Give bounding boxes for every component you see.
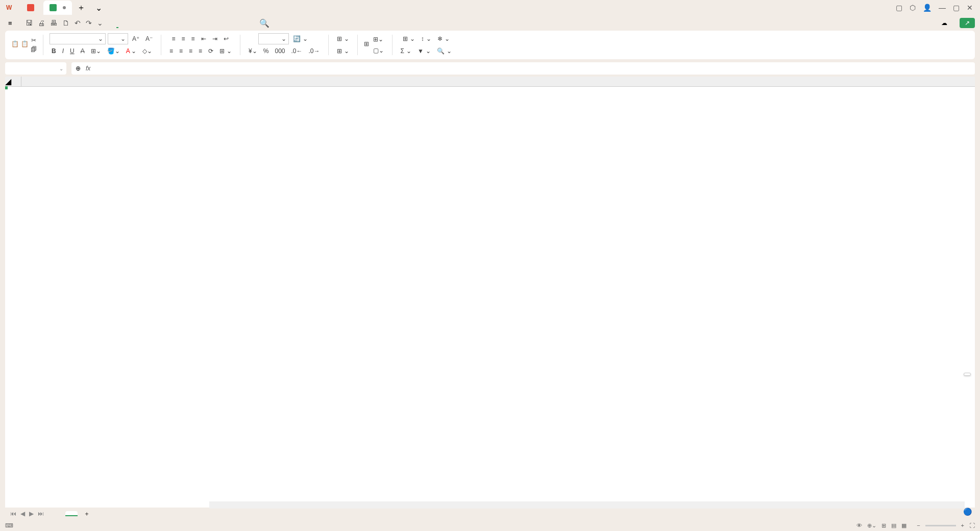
- sheet-nav-first[interactable]: ⏮: [10, 510, 16, 517]
- app-tab-document[interactable]: [43, 1, 72, 15]
- share-button[interactable]: ↗: [960, 18, 975, 28]
- font-size-select[interactable]: ⌄: [108, 33, 128, 44]
- currency-button[interactable]: ¥⌄: [247, 46, 259, 56]
- decimal-dec-button[interactable]: .0→: [307, 46, 322, 56]
- decimal-inc-button[interactable]: .0←: [289, 46, 304, 56]
- zoom-out-button[interactable]: −: [917, 522, 920, 528]
- clear-format-button[interactable]: ◇⌄: [140, 46, 154, 56]
- more-icon[interactable]: ⌄: [97, 19, 103, 27]
- chevron-down-icon[interactable]: ⌄: [59, 66, 63, 71]
- sheet-tab-sheet1[interactable]: [65, 511, 78, 516]
- sheet-nav-next[interactable]: ▶: [29, 510, 34, 517]
- indent-inc-button[interactable]: ⇥: [210, 34, 219, 43]
- font-color-button[interactable]: A⌄: [124, 46, 138, 56]
- fx-icon[interactable]: fx: [86, 65, 90, 72]
- cut-icon[interactable]: ✂: [31, 37, 36, 44]
- app-tab-templates[interactable]: [21, 1, 43, 15]
- table-style-button[interactable]: ⊞⌄: [371, 35, 385, 44]
- name-box[interactable]: ⌄: [5, 62, 66, 75]
- preview-icon[interactable]: 🗋: [62, 19, 69, 27]
- tab-member[interactable]: [223, 18, 225, 28]
- sheet-nav-prev[interactable]: ◀: [20, 510, 25, 517]
- avatar-icon[interactable]: 👤: [923, 4, 932, 12]
- cloud-icon[interactable]: ☁: [941, 19, 947, 27]
- bold-button[interactable]: B: [50, 46, 58, 56]
- view-normal-icon[interactable]: ⊞: [881, 522, 886, 529]
- tab-page[interactable]: [143, 18, 145, 28]
- file-menu-button[interactable]: ≡: [5, 18, 17, 28]
- select-all-corner[interactable]: ◢: [5, 77, 21, 86]
- fullscreen-icon[interactable]: ⛶: [969, 522, 975, 528]
- cell-style-button[interactable]: ▢⌄: [371, 46, 386, 55]
- settings-split-icon[interactable]: ⊕⌄: [867, 522, 876, 529]
- number-format-select[interactable]: ⌄: [258, 33, 289, 44]
- status-mode-icon[interactable]: ⌨: [5, 522, 13, 529]
- align-center-button[interactable]: ≡: [177, 46, 185, 56]
- tab-add-button[interactable]: ＋: [72, 3, 90, 13]
- window-layout-icon[interactable]: ▢: [896, 4, 902, 12]
- window-close-button[interactable]: ✕: [967, 4, 973, 12]
- align-middle-button[interactable]: ≡: [180, 34, 187, 43]
- eye-icon[interactable]: 👁: [856, 522, 862, 528]
- tab-start[interactable]: [116, 18, 118, 28]
- indent-dec-button[interactable]: ⇤: [199, 34, 208, 43]
- spreadsheet-grid[interactable]: ◢: [5, 77, 975, 511]
- align-bottom-button[interactable]: ≡: [189, 34, 197, 43]
- percent-button[interactable]: %: [261, 46, 271, 56]
- print-icon[interactable]: 🖶: [50, 19, 57, 27]
- sheet-nav-last[interactable]: ⏭: [38, 510, 44, 517]
- tab-menu-button[interactable]: ⌄: [90, 3, 107, 13]
- view-break-icon[interactable]: ▦: [901, 522, 906, 529]
- view-page-icon[interactable]: ▤: [891, 522, 896, 529]
- tab-insert[interactable]: [130, 18, 132, 28]
- underline-button[interactable]: U: [68, 46, 77, 56]
- merge-button[interactable]: ⊞⌄: [217, 46, 234, 56]
- align-left-button[interactable]: ≡: [167, 46, 175, 56]
- sum-button[interactable]: Σ⌄: [399, 46, 413, 56]
- app-tab-home[interactable]: W: [0, 1, 21, 15]
- border-button[interactable]: ⊞⌄: [89, 46, 103, 56]
- tab-formula[interactable]: [156, 18, 158, 28]
- expand-icon[interactable]: ⊕: [76, 65, 81, 72]
- paste-button[interactable]: 📋: [21, 40, 29, 50]
- ime-indicator[interactable]: [964, 373, 971, 376]
- font-decrease-button[interactable]: A⁻: [143, 34, 155, 43]
- orientation-button[interactable]: ⟳: [206, 46, 215, 56]
- find-button[interactable]: 🔍⌄: [435, 46, 454, 56]
- freeze-button[interactable]: ❄⌄: [435, 34, 452, 43]
- font-increase-button[interactable]: A⁺: [130, 34, 141, 43]
- sheet-tab-sheet2[interactable]: [51, 512, 63, 516]
- horizontal-scrollbar[interactable]: [209, 501, 965, 509]
- formula-bar[interactable]: ⊕ fx: [71, 62, 975, 75]
- align-right-button[interactable]: ≡: [187, 46, 194, 56]
- zoom-in-button[interactable]: +: [961, 522, 964, 528]
- window-minimize-button[interactable]: —: [939, 4, 946, 12]
- cube-icon[interactable]: ⬡: [910, 4, 916, 12]
- filter-button[interactable]: ▼⌄: [415, 46, 433, 56]
- convert-button[interactable]: 🔄⌄: [291, 34, 310, 43]
- format-painter-button[interactable]: 📋: [11, 40, 19, 50]
- copy-icon[interactable]: 🗐: [31, 46, 37, 53]
- rowcol-button[interactable]: ⊞⌄: [335, 34, 351, 43]
- align-justify-button[interactable]: ≡: [197, 46, 204, 56]
- export-icon[interactable]: 🖨: [38, 19, 45, 27]
- italic-button[interactable]: I: [60, 46, 66, 56]
- window-maximize-button[interactable]: ▢: [953, 4, 960, 12]
- tab-efficiency[interactable]: [236, 18, 238, 28]
- search-icon[interactable]: 🔍: [259, 18, 270, 28]
- cond-format-button[interactable]: ⊞: [364, 40, 369, 50]
- comma-button[interactable]: 000: [273, 46, 287, 56]
- fill-color-button[interactable]: 🪣⌄: [105, 46, 122, 56]
- tab-data[interactable]: [169, 18, 172, 28]
- worksheet-button[interactable]: ⊞⌄: [335, 46, 351, 56]
- tab-view[interactable]: [196, 18, 198, 28]
- strike-button[interactable]: A: [79, 46, 87, 56]
- align-top-button[interactable]: ≡: [170, 34, 178, 43]
- redo-icon[interactable]: ↷: [86, 19, 92, 27]
- add-sheet-button[interactable]: ＋: [80, 510, 94, 518]
- zoom-slider[interactable]: [925, 525, 956, 526]
- save-icon[interactable]: 🖫: [26, 19, 33, 27]
- tab-review[interactable]: [183, 18, 185, 28]
- font-name-select[interactable]: ⌄: [50, 33, 106, 44]
- sort-button[interactable]: ↕⌄: [419, 34, 433, 43]
